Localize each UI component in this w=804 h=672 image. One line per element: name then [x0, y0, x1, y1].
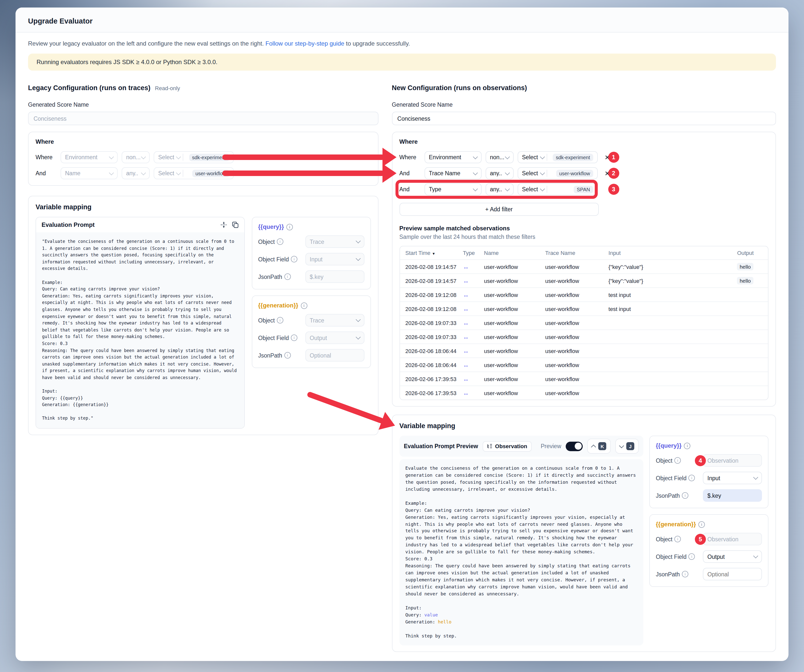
info-icon[interactable]: i — [675, 536, 681, 542]
table-row: 2026-02-08 19:12:08↔user-workflowuser-wo… — [400, 302, 768, 316]
chevron-down-icon — [540, 154, 545, 159]
observations-table: Start Time▼ Type Name Trace Name Input O… — [399, 246, 768, 400]
table-row: 2026-02-08 19:07:33↔user-workflowuser-wo… — [400, 330, 768, 344]
col-input[interactable]: Input — [605, 246, 733, 260]
table-row: 2026-02-08 19:07:33↔user-workflowuser-wo… — [400, 316, 768, 330]
new-generation-jsonpath-input[interactable] — [703, 568, 762, 580]
chevron-down-icon — [472, 170, 477, 175]
info-icon[interactable]: i — [684, 442, 691, 449]
annotation-badge-1: 1 — [608, 152, 619, 163]
generation-mapping-card: {{generation}}i Objecti Trace Object Fie… — [252, 296, 371, 368]
jsonpath-value-input[interactable] — [708, 492, 757, 499]
info-icon[interactable]: i — [689, 553, 695, 560]
observation-type-icon: ↔ — [463, 333, 469, 340]
new-column-select-3[interactable]: Type — [424, 183, 481, 195]
info-icon[interactable]: i — [301, 302, 307, 309]
object-field-label: Object Field — [656, 554, 686, 559]
table-row: 2026-02-08 19:12:08↔user-workflowuser-wo… — [400, 288, 768, 302]
info-icon[interactable]: i — [682, 492, 688, 499]
info-icon[interactable]: i — [698, 521, 705, 528]
info-icon[interactable]: i — [291, 335, 297, 341]
legacy-config-title: Legacy Configuration (runs on traces) — [28, 84, 150, 92]
legacy-generation-object-select: Trace — [305, 314, 364, 327]
new-column-select-2[interactable]: Trace Name — [424, 167, 481, 179]
add-filter-button[interactable]: + Add filter — [399, 203, 598, 216]
col-type[interactable]: Type — [459, 246, 480, 260]
chevron-down-icon — [753, 475, 758, 480]
legacy-where-panel: Where Where Environment non... Selectsdk… — [28, 132, 378, 186]
col-output[interactable]: Output — [733, 246, 768, 260]
new-operator-select-2[interactable]: any.. — [485, 167, 513, 179]
col-start-time[interactable]: Start Time▼ — [400, 246, 459, 260]
legacy-generation-jsonpath-input: Optional — [305, 349, 364, 361]
legacy-operator-select-1: non... — [122, 151, 150, 163]
new-score-name-input[interactable] — [392, 112, 776, 125]
jsonpath-optional-input[interactable] — [708, 571, 757, 577]
col-trace-name[interactable]: Trace Name — [541, 246, 605, 260]
shortcut-down-button[interactable]: J — [615, 439, 639, 454]
annotation-badge-4: 4 — [695, 455, 706, 466]
preview-toggle[interactable] — [566, 441, 583, 451]
value-chip: user-workflow — [193, 170, 229, 177]
chevron-down-icon — [355, 256, 360, 261]
chevron-down-icon — [540, 170, 545, 175]
read-only-badge: Read-only — [155, 85, 180, 91]
legacy-query-object-select: Trace — [305, 235, 364, 248]
new-configuration-column: New Configuration (runs on observations)… — [392, 84, 776, 661]
query-value-token: value — [424, 612, 438, 617]
new-operator-select-1[interactable]: non... — [485, 151, 513, 163]
info-icon[interactable]: i — [689, 475, 695, 481]
info-icon[interactable]: i — [277, 238, 283, 245]
new-config-title: New Configuration (runs on observations) — [392, 84, 527, 92]
observations-table-body: 2026-02-08 19:14:57↔user-workflowuser-wo… — [400, 260, 768, 400]
remove-filter-button: ✕ — [240, 154, 247, 160]
new-query-object-field-select[interactable]: Input — [703, 472, 762, 484]
info-icon[interactable]: i — [291, 256, 297, 262]
shortcut-up-button[interactable]: K — [587, 439, 611, 454]
list-tree-icon — [487, 443, 493, 449]
col-name[interactable]: Name — [480, 246, 541, 260]
chevron-down-icon — [540, 186, 545, 191]
table-row: 2026-02-08 19:14:57↔user-workflowuser-wo… — [400, 260, 768, 274]
chevron-down-icon — [176, 154, 181, 159]
copy-icon[interactable] — [232, 221, 239, 228]
upgrade-evaluator-dialog: Upgrade Evaluator Review your legacy eva… — [16, 8, 788, 661]
observation-scope-chip[interactable]: Observation — [483, 441, 532, 451]
chevron-down-icon — [355, 238, 360, 244]
step-by-step-guide-link[interactable]: Follow our step-by-step guide — [266, 40, 345, 47]
evaluation-prompt-card: Evaluation Prompt — [36, 217, 245, 428]
table-row: 2026-02-06 17:39:53↔user-workflowuser-wo… — [400, 372, 768, 386]
sort-desc-icon: ▼ — [432, 252, 436, 255]
new-column-select-1[interactable]: Environment — [424, 151, 481, 163]
value-chip: sdk-experiment — [553, 154, 593, 161]
new-value-select-2[interactable]: Selectuser-workflow — [517, 167, 598, 179]
observation-type-icon: ↔ — [463, 375, 469, 382]
value-chip: sdk-experiment — [189, 154, 229, 161]
chevron-down-icon — [505, 186, 510, 191]
new-query-object-select: Observation — [703, 454, 762, 467]
jsonpath-label: JsonPath — [656, 492, 680, 499]
chevron-up-icon — [591, 445, 596, 450]
new-filter-rows: Where Environment non... Selectsdk-exper… — [399, 151, 598, 195]
page-background: Upgrade Evaluator Review your legacy eva… — [0, 0, 804, 672]
new-operator-select-3[interactable]: any.. — [485, 183, 513, 195]
info-icon[interactable]: i — [284, 352, 291, 358]
new-value-select-1[interactable]: Selectsdk-experiment — [517, 151, 598, 163]
info-icon[interactable]: i — [277, 317, 283, 324]
new-mapping-cards: {{query}}i Objecti 4 Observation Object … — [649, 436, 768, 587]
new-generation-object-field-select[interactable]: Output — [703, 550, 762, 563]
info-icon[interactable]: i — [286, 224, 293, 230]
new-value-select-3[interactable]: SelectSPAN — [517, 183, 598, 195]
connector-label: And — [36, 170, 57, 176]
new-query-jsonpath-input[interactable] — [703, 489, 762, 502]
legacy-configuration-column: Legacy Configuration (runs on traces) Re… — [28, 84, 378, 435]
legacy-mapping-cards: {{query}}i Objecti Trace Object Fieldi I… — [252, 217, 371, 368]
value-chip: user-workflow — [556, 170, 593, 177]
info-icon[interactable]: i — [675, 457, 681, 464]
prompt-preview-card: Evaluation Prompt Preview Observation Pr — [399, 436, 643, 646]
info-icon[interactable]: i — [682, 571, 688, 577]
collapse-vertical-icon[interactable] — [220, 221, 227, 228]
object-label: Object — [656, 458, 673, 463]
info-icon[interactable]: i — [284, 273, 291, 280]
new-filter-row-3: And Type any.. SelectSPAN — [399, 183, 598, 195]
